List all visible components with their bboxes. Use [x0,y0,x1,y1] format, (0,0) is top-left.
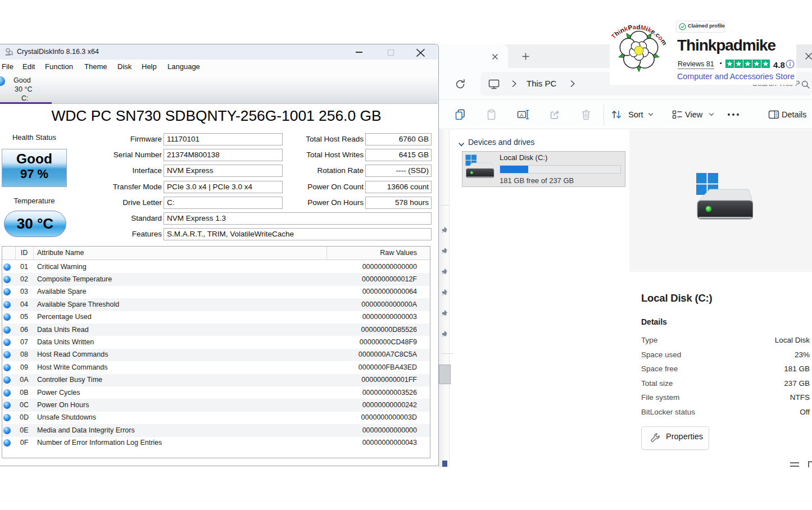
svg-text:A: A [520,112,524,118]
